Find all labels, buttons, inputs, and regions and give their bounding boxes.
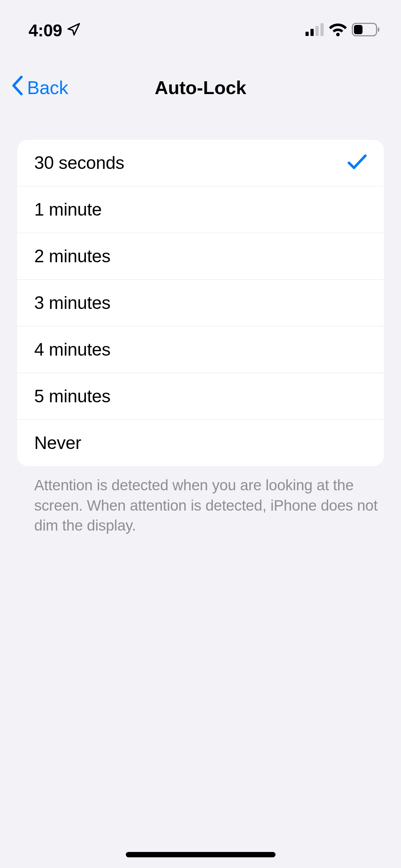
option-5-minutes[interactable]: 5 minutes (17, 373, 384, 420)
chevron-left-icon (11, 75, 25, 100)
status-bar: 4:09 (0, 0, 401, 46)
back-button[interactable]: Back (11, 75, 68, 100)
status-left: 4:09 (29, 21, 81, 40)
status-time: 4:09 (29, 21, 62, 40)
option-label: Never (34, 433, 81, 453)
option-label: 4 minutes (34, 339, 110, 360)
option-2-minutes[interactable]: 2 minutes (17, 233, 384, 280)
option-label: 3 minutes (34, 293, 110, 313)
svg-rect-0 (305, 32, 309, 36)
page-title: Auto-Lock (155, 77, 246, 98)
svg-rect-7 (378, 27, 379, 32)
option-30-seconds[interactable]: 30 seconds (17, 140, 384, 186)
option-label: 1 minute (34, 199, 102, 220)
option-label: 2 minutes (34, 246, 110, 267)
option-4-minutes[interactable]: 4 minutes (17, 326, 384, 373)
svg-rect-3 (320, 23, 324, 36)
location-icon (66, 22, 81, 38)
svg-rect-6 (354, 25, 363, 34)
svg-rect-2 (315, 26, 319, 36)
svg-point-4 (336, 33, 340, 36)
option-label: 30 seconds (34, 153, 124, 173)
cellular-icon (305, 23, 324, 37)
svg-rect-1 (310, 29, 314, 36)
option-1-minute[interactable]: 1 minute (17, 186, 384, 233)
options-list: 30 seconds 1 minute 2 minutes 3 minutes … (17, 140, 384, 466)
nav-bar: Back Auto-Lock (0, 46, 401, 118)
battery-icon (352, 23, 380, 38)
wifi-icon (329, 23, 347, 38)
option-label: 5 minutes (34, 386, 110, 407)
status-right (305, 23, 380, 38)
option-never[interactable]: Never (17, 420, 384, 466)
back-label: Back (27, 77, 68, 98)
footer-description: Attention is detected when you are looki… (0, 466, 401, 536)
checkmark-icon (348, 154, 367, 172)
option-3-minutes[interactable]: 3 minutes (17, 280, 384, 326)
home-indicator[interactable] (126, 852, 276, 857)
